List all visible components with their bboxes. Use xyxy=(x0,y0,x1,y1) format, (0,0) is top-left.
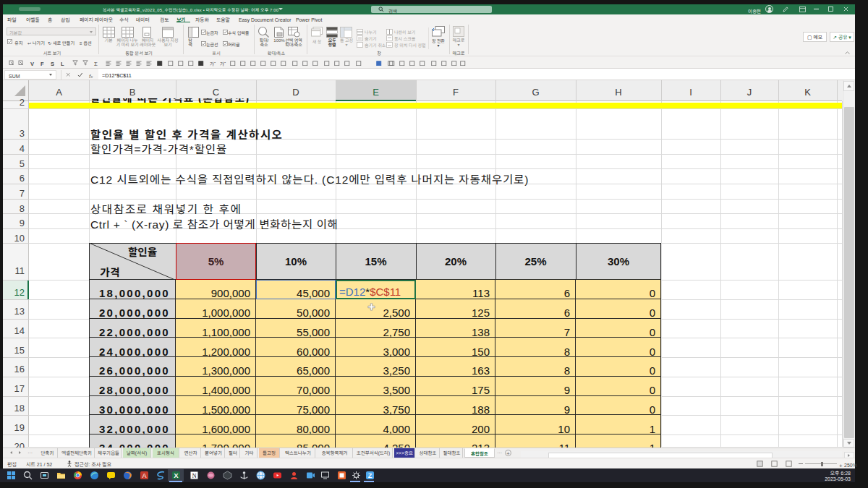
svg-text:X: X xyxy=(174,471,179,479)
svg-text:Z: Z xyxy=(368,472,373,479)
svg-text:A: A xyxy=(142,472,146,479)
svg-text:N: N xyxy=(192,472,196,479)
